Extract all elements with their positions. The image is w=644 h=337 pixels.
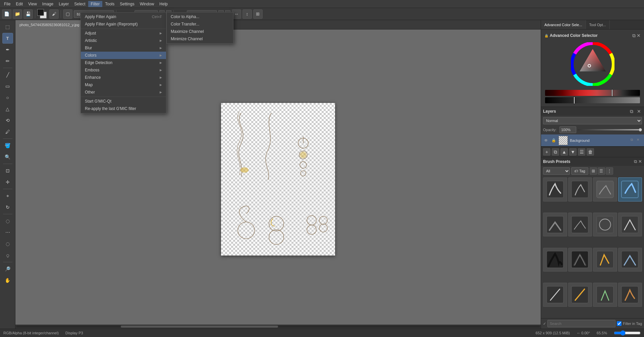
brush-search-input[interactable] xyxy=(547,320,615,327)
menu-file[interactable]: File xyxy=(1,1,13,7)
menu-enhance[interactable]: Enhance xyxy=(81,74,166,81)
tool-crop[interactable]: ⊡ xyxy=(2,165,13,176)
gradient-thumb[interactable] xyxy=(611,89,613,97)
menu-color-to-alpha[interactable]: Color to Alpha... xyxy=(167,13,233,20)
tool-pan[interactable]: ✋ xyxy=(2,275,13,286)
menu-start-gmic[interactable]: Start G'MIC-Qt xyxy=(81,98,166,105)
layer-visibility-toggle[interactable]: 👁 xyxy=(543,137,549,144)
layer-action-1[interactable]: ⧉ xyxy=(631,138,636,143)
brush-item-15[interactable] xyxy=(593,283,617,307)
zoom-slider[interactable] xyxy=(614,330,641,336)
filter-in-tag-checkbox[interactable] xyxy=(617,321,622,326)
save-file-button[interactable]: 💾 xyxy=(23,9,33,19)
color-gradient-bar[interactable] xyxy=(545,90,640,96)
menu-map[interactable]: Map xyxy=(81,81,166,89)
tool-freehand-select[interactable]: ⟲ xyxy=(2,115,13,126)
layers-close-button[interactable]: ✕ xyxy=(636,108,642,114)
tool-ellipse[interactable]: ○ xyxy=(2,92,13,103)
tool-select-rect[interactable]: ⬚ xyxy=(2,21,13,32)
tool-elliptical-select[interactable]: ◌ xyxy=(2,216,13,226)
tool-contiguous-select[interactable]: ◌ xyxy=(2,238,13,249)
color-selector-close[interactable]: ✕ xyxy=(637,33,641,39)
brush-item-9[interactable] xyxy=(543,248,567,272)
brush-item-4[interactable] xyxy=(618,177,642,202)
brush-item-6[interactable] xyxy=(568,213,592,237)
tool-freehand[interactable]: ✏ xyxy=(2,56,13,66)
brush-item-2[interactable] xyxy=(568,177,592,202)
menu-emboss[interactable]: Emboss xyxy=(81,66,166,74)
move-layer-down-button[interactable]: ▼ xyxy=(569,148,577,156)
brush-item-13[interactable] xyxy=(543,283,567,307)
new-file-button[interactable]: 📄 xyxy=(2,9,11,19)
value-thumb[interactable] xyxy=(574,97,575,104)
tool-rotate[interactable]: ↻ xyxy=(2,202,13,213)
menu-select[interactable]: Select xyxy=(71,1,88,7)
menu-blur[interactable]: Blur xyxy=(81,44,166,52)
brush-item-3[interactable] xyxy=(593,177,617,202)
menu-tools[interactable]: Tools xyxy=(102,1,117,7)
tab-advanced-color[interactable]: Advanced Color Sele... xyxy=(541,20,586,29)
brush-item-16[interactable] xyxy=(618,283,642,307)
menu-adjust[interactable]: Adjust xyxy=(81,30,166,37)
brush-view-list[interactable]: ☰ xyxy=(598,167,605,175)
tool-text[interactable]: T xyxy=(2,33,13,44)
brush-item-8[interactable] xyxy=(618,213,642,237)
horizontal-scrollbar[interactable] xyxy=(15,325,541,329)
menu-edge-detection[interactable]: Edge Detection xyxy=(81,59,166,66)
tool-line[interactable]: ╱ xyxy=(2,69,13,80)
menu-image[interactable]: Image xyxy=(40,1,56,7)
flip-v-button[interactable]: ↕ xyxy=(243,9,252,19)
menu-edit[interactable]: Edit xyxy=(13,1,25,7)
menu-color-transfer[interactable]: Color Transfer... xyxy=(167,20,233,28)
menu-filter[interactable]: Filter xyxy=(88,1,103,7)
tool-freehand-lasso[interactable]: ⋯ xyxy=(2,227,13,238)
menu-layer[interactable]: Layer xyxy=(56,1,71,7)
color-wheel[interactable] xyxy=(571,42,614,86)
brush-view-grid[interactable]: ⊞ xyxy=(590,167,597,175)
layer-blend-mode-select[interactable]: Normal xyxy=(543,117,642,124)
layer-lock-icon[interactable]: 🔒 xyxy=(551,138,556,143)
tool-calligraphy[interactable]: ✒ xyxy=(2,44,13,55)
menu-apply-filter-again[interactable]: Apply Filter Again Ctrl+F xyxy=(81,13,166,20)
value-gradient-bar[interactable] xyxy=(545,97,640,103)
menu-minimize-channel[interactable]: Minimize Channel xyxy=(167,35,233,43)
something-button[interactable]: ▢ xyxy=(63,9,72,19)
move-layer-up-button[interactable]: ▲ xyxy=(560,148,568,156)
tool-move[interactable]: ✛ xyxy=(2,177,13,187)
tool-path[interactable]: 🖊 xyxy=(2,126,13,137)
layer-item-background[interactable]: 👁 🔒 Background ⧉ ✕ xyxy=(541,134,644,147)
brush-presets-close[interactable]: ✕ xyxy=(638,159,642,164)
color-selector-float[interactable]: ⧉ xyxy=(632,33,636,39)
open-file-button[interactable]: 📁 xyxy=(13,9,22,19)
menu-reapply-gmic[interactable]: Re-apply the last G'MIC filter xyxy=(81,105,166,112)
delete-layer-button[interactable]: 🗑 xyxy=(587,148,594,156)
menu-other[interactable]: Other xyxy=(81,89,166,96)
brush-settings-button[interactable]: 🖌 xyxy=(49,9,59,19)
brush-item-5[interactable] xyxy=(543,213,567,237)
tab-tool-options[interactable]: Tool Opt... xyxy=(586,20,610,29)
tool-magnetic-select[interactable]: ⍜ xyxy=(2,250,13,261)
brush-item-7[interactable] xyxy=(593,213,617,237)
menu-apply-filter-reprompt[interactable]: Apply Filter Again (Reprompt) xyxy=(81,20,166,28)
ratio-lock-button[interactable]: ⊞ xyxy=(253,9,263,19)
color-swatches[interactable] xyxy=(37,9,48,19)
layer-options-button[interactable]: ☰ xyxy=(578,148,585,156)
canvas-image[interactable] xyxy=(221,103,335,256)
scroll-thumb[interactable] xyxy=(121,326,278,328)
menu-window[interactable]: Window xyxy=(137,1,157,7)
tool-eyedropper[interactable]: 🔍 xyxy=(2,152,13,162)
menu-view[interactable]: View xyxy=(25,1,40,7)
brush-item-14[interactable] xyxy=(568,283,592,307)
layer-opacity-input[interactable] xyxy=(559,126,576,133)
layer-action-2[interactable]: ✕ xyxy=(637,138,642,143)
menu-help[interactable]: Help xyxy=(157,1,170,7)
menu-maximize-channel[interactable]: Maximize Channel xyxy=(167,28,233,35)
layers-float-button[interactable]: ⧉ xyxy=(629,108,635,114)
add-layer-button[interactable]: + xyxy=(543,148,550,156)
copy-layer-button[interactable]: ⧉ xyxy=(552,148,559,156)
tool-smart-patch[interactable]: ⌖ xyxy=(2,190,13,201)
tool-polygon[interactable]: △ xyxy=(2,104,13,114)
tool-rect-shape[interactable]: ▭ xyxy=(2,81,13,92)
brush-filter-all-select[interactable]: All xyxy=(543,167,570,175)
brush-item-12[interactable] xyxy=(618,248,642,272)
